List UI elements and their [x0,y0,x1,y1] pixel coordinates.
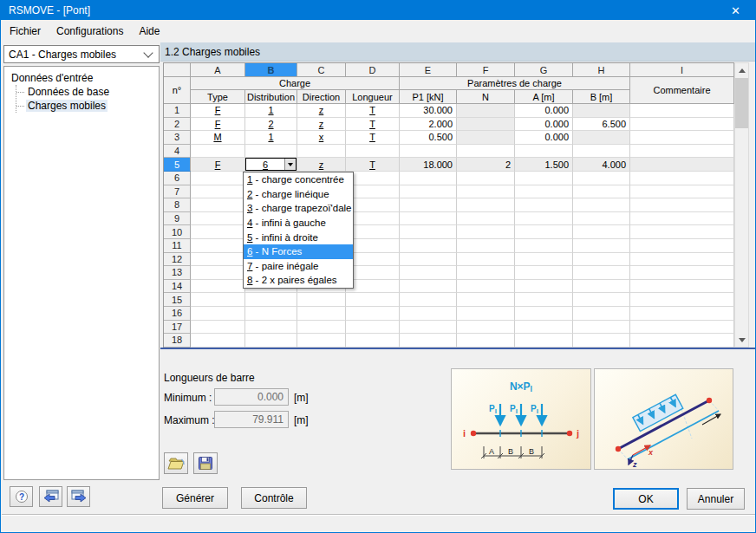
cell-a[interactable] [515,266,573,280]
cell-p1[interactable] [400,253,457,267]
cell-n[interactable] [457,172,515,185]
cell-n[interactable] [457,212,515,226]
cell-distribution[interactable]: 6 [245,158,297,172]
menu-fichier[interactable]: Fichier [2,23,49,40]
cell-commentaire[interactable] [630,253,734,267]
cell-longueur[interactable] [346,307,400,321]
cell-distribution[interactable] [245,293,297,307]
cell-b[interactable]: 4.000 [573,158,630,172]
cell-b[interactable] [573,225,630,239]
row-number[interactable]: 16 [164,307,191,321]
cell-p1[interactable] [400,185,457,199]
col-letter-H[interactable]: H [573,63,630,77]
cell-longueur[interactable] [346,321,400,335]
cell-distribution[interactable] [245,145,297,159]
cell-longueur[interactable] [346,266,400,280]
cell-p1[interactable] [400,266,457,280]
row-number[interactable]: 5 [164,158,191,172]
cell-direction[interactable] [297,307,346,321]
cell-n[interactable] [457,307,515,321]
cell-type[interactable]: F [191,158,245,172]
cell-commentaire[interactable] [630,118,734,132]
combobox-dropdown-icon[interactable] [284,159,296,170]
cell-b[interactable] [573,198,630,212]
cell-type[interactable]: F [191,118,245,132]
dropdown-option-4[interactable]: 4 - infini à gauche [244,216,353,231]
cell-a[interactable] [515,253,573,267]
close-icon[interactable]: ✕ [716,1,755,20]
cell-type[interactable] [191,145,245,159]
cell-longueur[interactable] [346,145,400,159]
cell-a[interactable] [515,280,573,294]
cell-p1[interactable]: 0.500 [400,131,457,145]
cell-n[interactable] [457,131,515,145]
cell-p1[interactable] [400,198,457,212]
cell-p1[interactable] [400,293,457,307]
cell-type[interactable]: M [191,131,245,145]
row-number[interactable]: 7 [164,185,191,199]
table-row[interactable]: 4 [164,145,734,159]
cell-b[interactable] [573,212,630,226]
cell-distribution[interactable] [245,321,297,335]
cell-direction[interactable] [297,293,346,307]
next-table-button[interactable] [67,486,90,507]
cell-commentaire[interactable] [630,239,734,253]
cell-distribution[interactable] [245,334,297,348]
cell-b[interactable] [573,321,630,335]
cell-p1[interactable] [400,334,457,348]
cell-type[interactable] [191,172,245,185]
tree-item-charges-mobiles[interactable]: Charges mobiles [16,99,159,113]
cell-n[interactable] [457,145,515,159]
cell-distribution[interactable]: 1 [245,131,297,145]
cell-a[interactable] [515,145,573,159]
cell-n[interactable] [457,185,515,199]
open-file-button[interactable] [164,452,188,474]
cell-direction[interactable]: z [297,104,346,118]
cell-b[interactable]: 6.500 [573,118,630,132]
tree-root-donnees-entree[interactable]: Données d'entrée [10,71,159,85]
table-row[interactable]: 1F1zT30.0000.000 [164,104,734,118]
cell-a[interactable]: 1.500 [515,158,573,172]
col-letter-I[interactable]: I [630,63,734,77]
cell-longueur[interactable] [346,185,400,199]
cell-commentaire[interactable] [630,131,734,145]
cell-type[interactable] [191,212,245,226]
cell-n[interactable] [457,239,515,253]
cell-p1[interactable] [400,280,457,294]
cell-p1[interactable]: 18.000 [400,158,457,172]
row-number[interactable]: 17 [164,321,191,335]
cell-commentaire[interactable] [630,158,734,172]
row-number[interactable]: 15 [164,293,191,307]
generate-button[interactable]: Générer [162,487,228,509]
row-number[interactable]: 10 [164,225,191,239]
table-row[interactable]: 17 [164,321,734,335]
distribution-combobox[interactable]: 6 [245,158,297,171]
cell-type[interactable]: F [191,104,245,118]
cell-longueur[interactable] [346,198,400,212]
table-row[interactable]: 3M1xT0.5000.000 [164,131,734,145]
col-letter-E[interactable]: E [400,63,457,77]
cell-n[interactable] [457,253,515,267]
cell-type[interactable] [191,321,245,335]
cell-n[interactable] [457,334,515,348]
cell-type[interactable] [191,225,245,239]
cell-commentaire[interactable] [630,307,734,321]
cell-p1[interactable] [400,321,457,335]
cell-b[interactable] [573,172,630,185]
cell-b[interactable] [573,280,630,294]
cell-b[interactable] [573,307,630,321]
cell-p1[interactable] [400,225,457,239]
dropdown-option-8[interactable]: 8 - 2 x paires égales [244,273,353,288]
charges-table[interactable]: ABCDEFGHIn°ChargeParamètres de chargeCom… [163,62,734,348]
cell-a[interactable] [515,185,573,199]
cell-distribution[interactable] [245,307,297,321]
corner-cell[interactable] [164,63,191,77]
cell-b[interactable] [573,185,630,199]
table-row[interactable]: 16 [164,307,734,321]
cell-p1[interactable] [400,145,457,159]
row-number[interactable]: 9 [164,212,191,226]
cell-a[interactable]: 0.000 [515,131,573,145]
cell-a[interactable]: 0.000 [515,104,573,118]
save-button[interactable] [193,452,218,474]
cell-b[interactable] [573,334,630,348]
